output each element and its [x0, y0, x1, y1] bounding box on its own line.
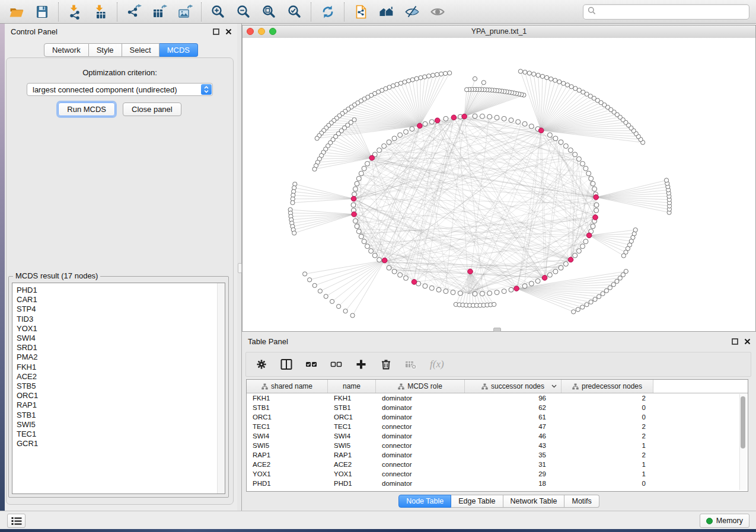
delete-table-button[interactable]: [405, 358, 417, 370]
network-node[interactable]: [492, 302, 496, 306]
column-header-shared-name[interactable]: shared name: [247, 380, 328, 393]
share-document-button[interactable]: [353, 4, 369, 20]
mcds-dominator-node[interactable]: [451, 115, 457, 120]
tab-network-table[interactable]: Network Table: [503, 495, 565, 508]
network-canvas[interactable]: [243, 38, 755, 331]
network-node[interactable]: [576, 307, 580, 312]
network-node[interactable]: [536, 73, 540, 77]
network-node[interactable]: [312, 283, 317, 287]
network-node[interactable]: [377, 258, 382, 262]
network-window-titlebar[interactable]: YPA_prune.txt_1: [243, 25, 755, 39]
network-node[interactable]: [591, 181, 595, 186]
deselect-all-button[interactable]: [330, 358, 342, 370]
add-button[interactable]: [355, 358, 367, 370]
network-node[interactable]: [509, 118, 513, 123]
network-node[interactable]: [480, 291, 484, 296]
network-node[interactable]: [608, 286, 612, 290]
zoom-fit-button[interactable]: [261, 4, 277, 20]
network-node[interactable]: [562, 81, 566, 85]
network-node[interactable]: [465, 88, 469, 92]
network-node[interactable]: [382, 144, 387, 149]
network-node[interactable]: [423, 284, 428, 289]
network-node[interactable]: [407, 79, 411, 83]
network-node[interactable]: [565, 83, 569, 87]
tab-select[interactable]: Select: [122, 43, 160, 57]
network-node[interactable]: [540, 74, 544, 78]
network-node[interactable]: [356, 176, 361, 181]
zoom-window-icon[interactable]: [269, 28, 276, 35]
table-row-SWI4[interactable]: SWI4SWI4dominator462: [247, 431, 748, 441]
network-node[interactable]: [559, 140, 563, 145]
mcds-result-item[interactable]: FKH1: [17, 363, 225, 372]
mcds-result-item[interactable]: YOX1: [17, 324, 225, 334]
network-node[interactable]: [502, 289, 506, 294]
network-node[interactable]: [624, 269, 628, 273]
network-node[interactable]: [423, 121, 428, 126]
network-node[interactable]: [527, 71, 531, 75]
mcds-dominator-node[interactable]: [352, 211, 357, 217]
close-panel-button[interactable]: Close panel: [123, 102, 181, 116]
network-node[interactable]: [559, 265, 563, 270]
network-node[interactable]: [522, 284, 527, 289]
network-node[interactable]: [573, 253, 578, 258]
network-node[interactable]: [403, 80, 407, 84]
tab-network[interactable]: Network: [44, 43, 89, 57]
table-row-YOX1[interactable]: YOX1YOX1connector291: [247, 469, 748, 479]
column-header-successor-nodes[interactable]: successor nodes: [465, 380, 562, 393]
mcds-result-item[interactable]: TEC1: [17, 430, 225, 439]
network-node[interactable]: [429, 286, 434, 290]
search-input[interactable]: [596, 8, 749, 17]
table-row-STB1[interactable]: STB1STB1dominator620: [247, 403, 748, 412]
delete-button[interactable]: [380, 358, 392, 370]
save-button[interactable]: [34, 4, 50, 20]
mcds-result-item[interactable]: TID3: [17, 315, 225, 324]
network-node[interactable]: [444, 71, 448, 75]
network-node[interactable]: [547, 133, 552, 137]
network-node[interactable]: [356, 229, 361, 234]
mcds-result-item[interactable]: SRD1: [17, 343, 225, 352]
network-node[interactable]: [563, 144, 568, 149]
network-node[interactable]: [593, 297, 597, 302]
memory-button[interactable]: Memory: [700, 514, 749, 528]
table-scrollbar-thumb[interactable]: [741, 396, 745, 448]
network-node[interactable]: [580, 305, 585, 309]
network-node[interactable]: [553, 269, 558, 274]
network-node[interactable]: [404, 275, 409, 280]
export-network-button[interactable]: [126, 4, 142, 20]
network-node[interactable]: [585, 303, 589, 307]
network-node[interactable]: [568, 148, 573, 153]
zoom-out-button[interactable]: [235, 4, 251, 20]
network-node[interactable]: [398, 133, 403, 137]
close-window-icon[interactable]: [247, 28, 254, 35]
network-node[interactable]: [573, 152, 578, 157]
import-table-button[interactable]: [92, 4, 109, 20]
network-node[interactable]: [435, 72, 439, 76]
close-table-panel-icon[interactable]: [744, 338, 751, 345]
float-panel-icon[interactable]: [213, 28, 219, 35]
network-node[interactable]: [615, 279, 619, 283]
horizontal-splitter-grip[interactable]: [493, 328, 501, 332]
network-node[interactable]: [557, 80, 562, 84]
import-network-button[interactable]: [67, 4, 83, 20]
mcds-result-item[interactable]: STB1: [17, 411, 225, 420]
refresh-button[interactable]: [320, 4, 336, 20]
network-node[interactable]: [481, 81, 486, 85]
mcds-dominator-node[interactable]: [514, 286, 519, 291]
network-node[interactable]: [387, 265, 391, 270]
column-header-name[interactable]: name: [328, 380, 376, 393]
home-button[interactable]: [378, 4, 394, 20]
network-node[interactable]: [592, 187, 597, 191]
mcds-dominator-node[interactable]: [412, 280, 417, 285]
mcds-dominator-node[interactable]: [435, 118, 440, 123]
run-mcds-button[interactable]: Run MCDS: [58, 102, 115, 116]
zoom-in-button[interactable]: [210, 4, 226, 20]
zoom-selected-button[interactable]: [286, 4, 302, 20]
network-node[interactable]: [597, 294, 601, 299]
network-node[interactable]: [545, 75, 549, 79]
network-node[interactable]: [487, 291, 492, 296]
network-node[interactable]: [495, 116, 499, 120]
mcds-dominator-node[interactable]: [351, 196, 356, 201]
network-node[interactable]: [502, 116, 506, 121]
tab-node-table[interactable]: Node Table: [398, 495, 451, 508]
show-graphics-button[interactable]: [429, 4, 445, 20]
